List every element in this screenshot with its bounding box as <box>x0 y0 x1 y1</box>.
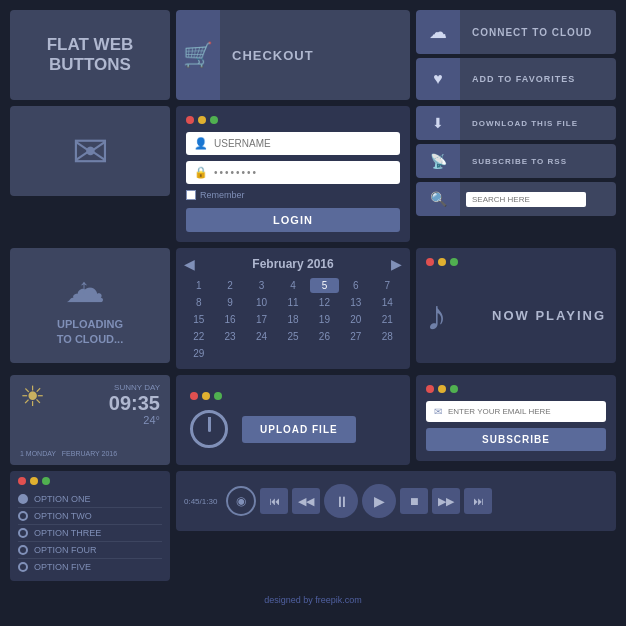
username-input[interactable] <box>214 138 392 149</box>
search-bar[interactable]: 🔍 <box>416 182 616 216</box>
username-field[interactable]: 👤 <box>186 132 400 155</box>
media-player-card: 0:45/1:30 ◉ ⏮ ◀◀ ⏸ ▶ ⏹ ▶▶ <box>176 471 616 531</box>
cart-icon: 🛒 <box>176 10 220 100</box>
cal-day: 23 <box>215 329 244 344</box>
cal-day: 22 <box>184 329 213 344</box>
lock-icon: 🔒 <box>194 166 208 179</box>
right-buttons: ⬇ DOWNLOAD THIS FILE 📡 SUBSCRIBE TO RSS … <box>416 106 616 216</box>
radio-option-1[interactable]: OPTION ONE <box>18 491 162 508</box>
radio-option-4[interactable]: OPTION FOUR <box>18 542 162 559</box>
dot-red <box>186 116 194 124</box>
cal-today[interactable]: 5 <box>310 278 339 293</box>
sun-icon: ☀ <box>20 383 45 411</box>
cloud-upload-text: UPLOADINGTO CLOUD... <box>57 317 123 346</box>
calendar-grid: 1 2 3 4 5 6 7 8 9 10 11 12 13 14 15 16 1… <box>184 278 402 361</box>
cal-day: 12 <box>310 295 339 310</box>
download-icon: ⬇ <box>416 106 460 140</box>
add-favorites-label: ADD TO FAVORITES <box>460 58 616 100</box>
search-input-wrapper[interactable] <box>460 182 616 216</box>
radio-circle-2 <box>18 511 28 521</box>
dot-red <box>426 385 434 393</box>
cal-day: 19 <box>310 312 339 327</box>
login-card: 👤 🔒 Remember LOGIN <box>176 106 410 242</box>
connect-cloud-button[interactable]: ☁ CONNECT TO CLOUD ♥ ADD TO FAVORITES <box>416 10 616 100</box>
upload-file-card: UPLOAD FILE <box>176 375 410 465</box>
calendar-card: ◀ February 2016 ▶ 1 2 3 4 5 6 7 8 9 10 1… <box>176 248 410 369</box>
skip-forward-button[interactable]: ⏭ <box>464 488 492 514</box>
radio-label-5: OPTION FIVE <box>34 562 91 572</box>
checkout-button[interactable]: 🛒 CHECKOUT <box>176 10 410 100</box>
cal-day: 25 <box>278 329 307 344</box>
page-title: FLAT WEBBUTTONS <box>47 35 134 76</box>
power-icon <box>190 410 228 448</box>
email-field[interactable]: ✉ <box>426 401 606 422</box>
cal-prev[interactable]: ◀ <box>184 256 195 272</box>
email-input[interactable] <box>448 407 598 416</box>
login-button[interactable]: LOGIN <box>186 208 400 232</box>
cal-day: 27 <box>341 329 370 344</box>
password-input[interactable] <box>214 167 392 178</box>
play-button[interactable]: ▶ <box>362 484 396 518</box>
cal-month: February 2016 <box>252 257 333 271</box>
dot-yellow <box>438 258 446 266</box>
dot-green <box>210 116 218 124</box>
cal-day: 26 <box>310 329 339 344</box>
remember-checkbox[interactable] <box>186 190 196 200</box>
dot-yellow <box>30 477 38 485</box>
mail-card: ✉ <box>10 106 170 196</box>
cal-day: 14 <box>373 295 402 310</box>
cal-day: 6 <box>341 278 370 293</box>
password-field[interactable]: 🔒 <box>186 161 400 184</box>
radio-label-2: OPTION TWO <box>34 511 92 521</box>
cal-day: 7 <box>373 278 402 293</box>
cal-next[interactable]: ▶ <box>391 256 402 272</box>
dot-red <box>18 477 26 485</box>
prev-button[interactable]: ◀◀ <box>292 488 320 514</box>
cal-day: 1 <box>184 278 213 293</box>
subscribe-rss-label: SUBSCRIBE TO RSS <box>460 144 616 178</box>
search-input[interactable] <box>466 192 586 207</box>
subscribe-button[interactable]: SUBSCRIBE <box>426 428 606 451</box>
cal-day: 21 <box>373 312 402 327</box>
cal-day: 11 <box>278 295 307 310</box>
checkout-label: CHECKOUT <box>220 10 410 100</box>
dot-red <box>426 258 434 266</box>
weather-time: 09:35 <box>109 392 160 414</box>
subscribe-rss-button[interactable]: 📡 SUBSCRIBE TO RSS <box>416 144 616 178</box>
user-icon: 👤 <box>194 137 208 150</box>
cal-day: 4 <box>278 278 307 293</box>
dot-yellow <box>202 392 210 400</box>
search-icon: 🔍 <box>416 182 460 216</box>
radio-label-4: OPTION FOUR <box>34 545 97 555</box>
weather-card: ☀ SUNNY DAY 09:35 24° 1 MONDAY FEBRUARY … <box>10 375 170 465</box>
cal-day: 15 <box>184 312 213 327</box>
dot-green <box>42 477 50 485</box>
dot-green <box>450 258 458 266</box>
skip-back-button[interactable]: ⏮ <box>260 488 288 514</box>
freepik-text: designed by freepik.com <box>264 595 362 605</box>
subscribe-card: ✉ SUBSCRIBE <box>416 375 616 461</box>
weather-temp: 24° <box>109 414 160 426</box>
radio-option-5[interactable]: OPTION FIVE <box>18 559 162 575</box>
dot-green <box>450 385 458 393</box>
cal-day: 8 <box>184 295 213 310</box>
cal-day: 10 <box>247 295 276 310</box>
cal-day: 24 <box>247 329 276 344</box>
download-file-label: DOWNLOAD THIS FILE <box>460 106 616 140</box>
download-file-button[interactable]: ⬇ DOWNLOAD THIS FILE <box>416 106 616 140</box>
radio-circle-1 <box>18 494 28 504</box>
radio-circle-3 <box>18 528 28 538</box>
upload-file-button[interactable]: UPLOAD FILE <box>242 416 356 443</box>
volume-button[interactable]: ◉ <box>226 486 256 516</box>
cal-day: 18 <box>278 312 307 327</box>
rss-icon: 📡 <box>416 144 460 178</box>
play-pause-button[interactable]: ⏸ <box>324 484 358 518</box>
dot-green <box>214 392 222 400</box>
radio-option-2[interactable]: OPTION TWO <box>18 508 162 525</box>
radio-options-card: OPTION ONE OPTION TWO OPTION THREE OPTIO… <box>10 471 170 581</box>
stop-button[interactable]: ⏹ <box>400 488 428 514</box>
next-button[interactable]: ▶▶ <box>432 488 460 514</box>
player-time: 0:45/1:30 <box>184 497 222 506</box>
connect-cloud-label: CONNECT TO CLOUD <box>460 10 616 54</box>
radio-option-3[interactable]: OPTION THREE <box>18 525 162 542</box>
